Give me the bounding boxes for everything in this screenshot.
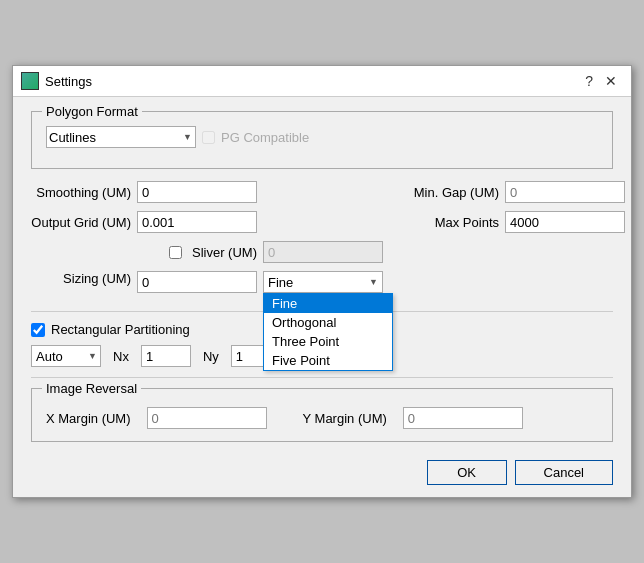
sizing-dropdown-display[interactable]: Fine <box>263 271 383 293</box>
sliver-input[interactable] <box>263 241 383 263</box>
image-reversal-row: X Margin (UM) Y Margin (UM) <box>46 407 598 429</box>
smoothing-input[interactable] <box>137 181 257 203</box>
max-points-label: Max Points <box>399 215 499 230</box>
dropdown-option-three-point[interactable]: Three Point <box>264 332 392 351</box>
dropdown-option-orthogonal[interactable]: Orthogonal <box>264 313 392 332</box>
sizing-label: Sizing (UM) <box>31 271 131 286</box>
x-margin-label: X Margin (UM) <box>46 411 131 426</box>
y-margin-input[interactable] <box>403 407 523 429</box>
max-points-input[interactable] <box>505 211 625 233</box>
ok-button[interactable]: OK <box>427 460 507 485</box>
auto-select-wrapper: Auto Manual <box>31 345 101 367</box>
dropdown-option-fine[interactable]: Fine <box>264 294 392 313</box>
left-column: Smoothing (UM) Output Grid (UM) Sliver (… <box>31 181 383 301</box>
dialog-content: Polygon Format Cutlines Outline Fill PG … <box>13 97 631 497</box>
polygon-format-select-wrapper: Cutlines Outline Fill <box>46 126 196 148</box>
output-grid-label: Output Grid (UM) <box>31 215 131 230</box>
auto-select[interactable]: Auto Manual <box>31 345 101 367</box>
help-button[interactable]: ? <box>579 74 599 88</box>
output-grid-row: Output Grid (UM) <box>31 211 383 233</box>
smoothing-row: Smoothing (UM) <box>31 181 383 203</box>
sizing-dropdown-container: Fine Fine Orthogonal Three Point Five Po… <box>263 271 383 293</box>
y-margin-label: Y Margin (UM) <box>303 411 387 426</box>
titlebar: Settings ? ✕ <box>13 66 631 97</box>
sliver-checkbox[interactable] <box>169 246 182 259</box>
dropdown-option-five-point[interactable]: Five Point <box>264 351 392 370</box>
nx-input[interactable] <box>141 345 191 367</box>
image-reversal-section: Image Reversal X Margin (UM) Y Margin (U… <box>31 388 613 442</box>
close-button[interactable]: ✕ <box>599 74 623 88</box>
sliver-label: Sliver (UM) <box>192 245 257 260</box>
max-points-row: Max Points <box>399 211 625 233</box>
min-gap-row: Min. Gap (UM) <box>399 181 625 203</box>
cancel-button[interactable]: Cancel <box>515 460 613 485</box>
sizing-input[interactable] <box>137 271 257 293</box>
separator-2 <box>31 377 613 378</box>
button-row: OK Cancel <box>31 454 613 485</box>
app-icon <box>21 72 39 90</box>
sliver-row: Sliver (UM) <box>31 241 383 263</box>
right-column: Min. Gap (UM) Max Points <box>399 181 625 301</box>
polygon-format-group: Polygon Format Cutlines Outline Fill PG … <box>31 111 613 169</box>
pg-compatible-label: PG Compatible <box>221 130 309 145</box>
image-reversal-group: Image Reversal X Margin (UM) Y Margin (U… <box>31 388 613 442</box>
settings-dialog: Settings ? ✕ Polygon Format Cutlines Out… <box>12 65 632 498</box>
sizing-dropdown-value: Fine <box>268 275 293 290</box>
rect-partitioning-label: Rectangular Partitioning <box>51 322 190 337</box>
sizing-row: Sizing (UM) Fine Fine Orthogonal Three P… <box>31 271 383 293</box>
output-grid-input[interactable] <box>137 211 257 233</box>
smoothing-label: Smoothing (UM) <box>31 185 131 200</box>
main-form-area: Smoothing (UM) Output Grid (UM) Sliver (… <box>31 181 613 301</box>
polygon-format-label: Polygon Format <box>42 104 142 119</box>
min-gap-label: Min. Gap (UM) <box>399 185 499 200</box>
image-reversal-label: Image Reversal <box>42 381 141 396</box>
sizing-dropdown-menu: Fine Orthogonal Three Point Five Point <box>263 293 393 371</box>
nx-label: Nx <box>113 349 129 364</box>
polygon-format-select[interactable]: Cutlines Outline Fill <box>46 126 196 148</box>
x-margin-input[interactable] <box>147 407 267 429</box>
rect-partitioning-checkbox[interactable] <box>31 323 45 337</box>
polygon-format-row: Cutlines Outline Fill PG Compatible <box>46 126 598 148</box>
dialog-title: Settings <box>45 74 579 89</box>
ny-label: Ny <box>203 349 219 364</box>
min-gap-input[interactable] <box>505 181 625 203</box>
pg-compatible-checkbox[interactable] <box>202 131 215 144</box>
